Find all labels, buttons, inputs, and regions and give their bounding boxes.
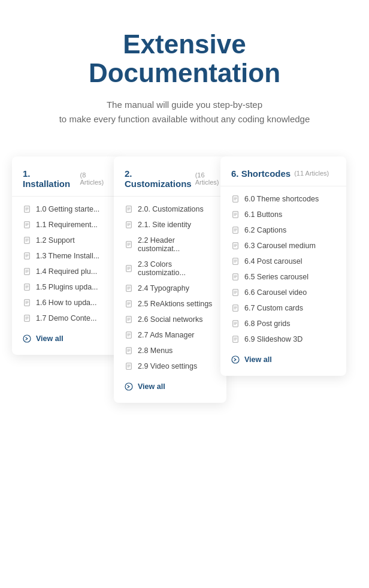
- list-item[interactable]: 2.7 Ads Manager: [114, 327, 226, 343]
- doc-icon: [23, 205, 31, 213]
- list-item[interactable]: 6.9 Slideshow 3D: [220, 331, 346, 347]
- list-item[interactable]: 1.7 Demo Conte...: [12, 310, 120, 326]
- list-item[interactable]: 6.0 Theme shortcodes: [220, 191, 346, 207]
- svg-rect-45: [126, 266, 132, 272]
- doc-icon: [125, 300, 133, 308]
- svg-rect-16: [25, 269, 30, 275]
- list-item[interactable]: 6.7 Custom cards: [220, 300, 346, 316]
- svg-rect-37: [126, 222, 132, 228]
- item-label: 2.2 Header customizat...: [138, 236, 216, 253]
- list-item[interactable]: 6.8 Post grids: [220, 316, 346, 331]
- item-label: 6.8 Post grids: [244, 319, 290, 328]
- item-label: 2.9 Video settings: [138, 362, 197, 370]
- list-item[interactable]: 1.1 Requirement...: [12, 217, 120, 233]
- list-item[interactable]: 6.3 Carousel medium: [220, 238, 346, 254]
- item-label: 6.4 Post carousel: [244, 257, 303, 266]
- doc-icon: [125, 240, 133, 249]
- cards-container: 1. Installation (8 Articles) 1.0 Getting…: [0, 156, 369, 403]
- item-label: 2.4 Typography: [138, 284, 189, 293]
- list-item[interactable]: 1.2 Support: [12, 233, 120, 248]
- view-all-label: View all: [36, 334, 63, 343]
- list-item[interactable]: 2.6 Social networks: [114, 312, 226, 327]
- card-title: 1. Installation: [23, 168, 76, 189]
- item-label: 6.2 Captions: [244, 226, 286, 234]
- item-label: 1.2 Support: [36, 236, 75, 245]
- svg-rect-94: [233, 274, 238, 280]
- doc-icon: [231, 273, 240, 281]
- item-label: 2.1. Site identity: [138, 221, 191, 229]
- item-label: 2.8 Menus: [138, 346, 173, 355]
- item-label: 6.9 Slideshow 3D: [244, 335, 303, 343]
- list-item[interactable]: 2.2 Header customizat...: [114, 233, 226, 257]
- doc-icon: [231, 335, 240, 343]
- view-all-button[interactable]: View all: [114, 376, 226, 393]
- list-item[interactable]: 1.4 Required plu...: [12, 264, 120, 279]
- doc-icon: [125, 284, 133, 293]
- doc-icon: [125, 346, 133, 355]
- svg-rect-33: [126, 206, 132, 212]
- doc-icon: [125, 205, 133, 213]
- doc-icon: [231, 304, 240, 312]
- list-item[interactable]: 1.0 Getting starte...: [12, 201, 120, 217]
- svg-rect-74: [233, 196, 238, 202]
- card-title: 6. Shortcodes: [231, 168, 291, 179]
- item-label: 6.1 Buttons: [244, 210, 282, 219]
- item-label: 1.7 Demo Conte...: [36, 314, 96, 322]
- list-item[interactable]: 6.4 Post carousel: [220, 254, 346, 269]
- doc-icon: [231, 319, 240, 328]
- list-item[interactable]: 2.4 Typography: [114, 281, 226, 296]
- list-item[interactable]: 2.8 Menus: [114, 343, 226, 358]
- list-item[interactable]: 1.5 Plugins upda...: [12, 279, 120, 295]
- view-all-button[interactable]: View all: [220, 349, 346, 366]
- doc-icon: [23, 221, 31, 229]
- item-label: 2.7 Ads Manager: [138, 331, 195, 339]
- list-item[interactable]: 1.3 Theme Install...: [12, 248, 120, 264]
- doc-icon: [231, 210, 240, 219]
- view-all-button[interactable]: View all: [12, 328, 120, 345]
- svg-rect-20: [25, 284, 30, 290]
- card-count: (16 Articles): [195, 171, 219, 186]
- page-subtitle: The manual will guide you step-by-step t…: [59, 98, 310, 126]
- svg-rect-78: [233, 212, 238, 218]
- card-count: (11 Articles): [294, 170, 329, 177]
- list-item[interactable]: 2.1. Site identity: [114, 217, 226, 233]
- doc-icon: [23, 314, 31, 322]
- list-item[interactable]: 6.5 Series carousel: [220, 269, 346, 285]
- list-item[interactable]: 6.2 Captions: [220, 222, 346, 238]
- item-label: 2.6 Social networks: [138, 315, 202, 324]
- svg-rect-82: [233, 227, 238, 233]
- list-item[interactable]: 6.6 Carousel video: [220, 285, 346, 300]
- list-item[interactable]: 2.5 ReAktions settings: [114, 296, 226, 312]
- item-label: 6.3 Carousel medium: [244, 242, 316, 250]
- list-item[interactable]: 6.1 Buttons: [220, 207, 346, 222]
- item-label: 1.4 Required plu...: [36, 267, 97, 276]
- list-item[interactable]: 2.0. Customizations: [114, 201, 226, 217]
- svg-rect-12: [25, 253, 30, 259]
- list-item[interactable]: 2.3 Colors customizatio...: [114, 257, 226, 281]
- circle-arrow-icon: [23, 334, 31, 343]
- doc-card-installation: 1. Installation (8 Articles) 1.0 Getting…: [12, 156, 120, 355]
- svg-rect-0: [25, 206, 30, 212]
- list-item[interactable]: 2.9 Video settings: [114, 358, 226, 374]
- doc-icon: [23, 267, 31, 276]
- view-all-label: View all: [138, 382, 165, 391]
- svg-rect-53: [126, 301, 132, 307]
- item-label: 1.5 Plugins upda...: [36, 283, 98, 291]
- svg-rect-90: [233, 258, 238, 264]
- item-label: 2.5 ReAktions settings: [138, 300, 212, 308]
- card-count: (8 Articles): [80, 171, 109, 186]
- item-label: 2.3 Colors customizatio...: [138, 260, 216, 277]
- doc-icon: [125, 264, 133, 273]
- item-label: 1.0 Getting starte...: [36, 205, 99, 213]
- card-header: 2. Customizations (16 Articles): [114, 168, 226, 197]
- list-item[interactable]: 1.6 How to upda...: [12, 295, 120, 310]
- doc-icon: [23, 236, 31, 245]
- doc-icon: [23, 252, 31, 260]
- svg-rect-102: [233, 305, 238, 311]
- item-label: 6.6 Carousel video: [244, 288, 307, 297]
- doc-icon: [231, 226, 240, 234]
- doc-card-shortcodes: 6. Shortcodes (11 Articles) 6.0 Theme sh…: [220, 156, 346, 376]
- doc-icon: [231, 242, 240, 250]
- item-label: 6.7 Custom cards: [244, 304, 303, 312]
- item-label: 2.0. Customizations: [138, 205, 204, 213]
